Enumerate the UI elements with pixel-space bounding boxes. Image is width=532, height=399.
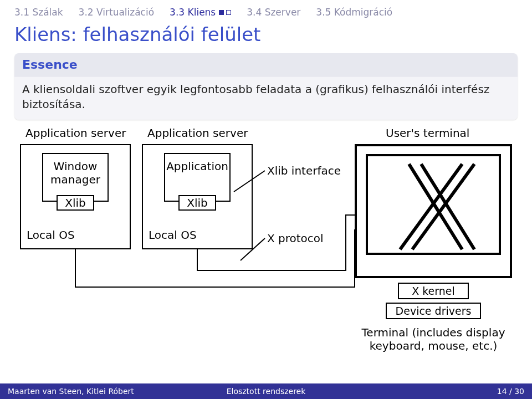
footer-page: 14 / 30 (497, 387, 524, 396)
tab-3-5[interactable]: 3.5 Kódmigráció (316, 7, 392, 18)
slide: 3.1 Szálak 3.2 Virtualizáció 3.3 Kliens … (0, 0, 532, 399)
footer-author: Maarten van Steen, Kitlei Róbert (8, 387, 134, 396)
tab-3-1[interactable]: 3.1 Szálak (14, 7, 63, 18)
essence-box: Essence A kliensoldali szoftver egyik le… (14, 53, 518, 120)
tab-3-2[interactable]: 3.2 Virtualizáció (79, 7, 155, 18)
essence-heading: Essence (14, 53, 518, 76)
footer-title: Elosztott rendszerek (227, 387, 306, 396)
tab-3-4[interactable]: 3.4 Szerver (247, 7, 300, 18)
wires (14, 126, 518, 361)
essence-body: A kliensoldali szoftver egyik legfontosa… (14, 76, 518, 120)
footer: Maarten van Steen, Kitlei Róbert Eloszto… (0, 383, 532, 399)
tab-3-3[interactable]: 3.3 Kliens (170, 7, 231, 18)
tab-3-3-label: 3.3 Kliens (170, 7, 216, 18)
architecture-diagram: Application server Application server Us… (14, 126, 518, 361)
section-tabs: 3.1 Szálak 3.2 Virtualizáció 3.3 Kliens … (0, 4, 532, 20)
page-title: Kliens: felhasználói felület (14, 23, 260, 45)
tab-progress-icon (219, 10, 231, 15)
